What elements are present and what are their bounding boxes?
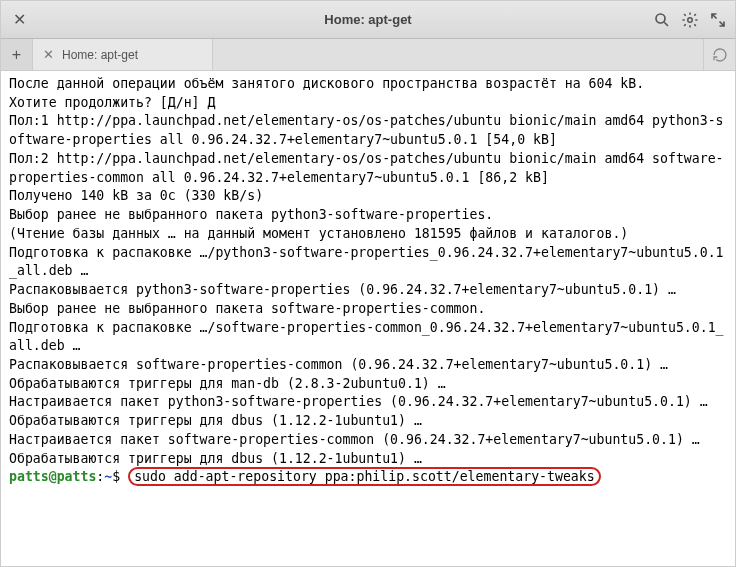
tab-label: Home: apt-get [62,48,138,62]
terminal-line: Обрабатываются триггеры для dbus (1.12.2… [9,412,727,431]
tab-close-icon[interactable]: ✕ [43,47,54,62]
tab-spacer [213,39,703,70]
refresh-icon[interactable] [703,39,735,70]
prompt-user: patts@patts [9,469,96,484]
window-title: Home: apt-get [324,12,411,27]
gear-icon[interactable] [681,11,699,29]
terminal-line: Пол:2 http://ppa.launchpad.net/elementar… [9,150,727,187]
command-highlight: sudo add-apt-repository ppa:philip.scott… [128,467,601,486]
terminal-line: Выбор ранее не выбранного пакета python3… [9,206,727,225]
svg-line-1 [664,22,668,26]
terminal-line: Настраивается пакет python3-software-pro… [9,393,727,412]
terminal-line: Распаковывается python3-software-propert… [9,281,727,300]
tab-home-apt-get[interactable]: ✕ Home: apt-get [33,39,213,70]
terminal-line: Обрабатываются триггеры для man-db (2.8.… [9,375,727,394]
maximize-icon[interactable] [709,11,727,29]
terminal-line: Пол:1 http://ppa.launchpad.net/elementar… [9,112,727,149]
terminal-line: Выбор ранее не выбранного пакета softwar… [9,300,727,319]
new-tab-button[interactable]: + [1,39,33,70]
tabbar: + ✕ Home: apt-get [1,39,735,71]
terminal-line: Обрабатываются триггеры для dbus (1.12.2… [9,450,727,469]
terminal-line: Подготовка к распаковке …/software-prope… [9,319,727,356]
terminal-line: Распаковывается software-properties-comm… [9,356,727,375]
prompt-line: patts@patts:~$ sudo add-apt-repository p… [9,468,727,487]
titlebar-actions [653,11,727,29]
terminal-line: (Чтение базы данных … на данный момент у… [9,225,727,244]
terminal-line: Хотите продолжить? [Д/н] Д [9,94,727,113]
search-icon[interactable] [653,11,671,29]
terminal-line: Получено 140 kB за 0с (330 kB/s) [9,187,727,206]
terminal-line: Настраивается пакет software-properties-… [9,431,727,450]
svg-point-2 [688,17,693,22]
terminal-line: Подготовка к распаковке …/python3-softwa… [9,244,727,281]
svg-point-0 [656,14,665,23]
prompt-symbol: $ [112,469,120,484]
terminal-output[interactable]: После данной операции объём занятого дис… [1,71,735,566]
close-icon[interactable]: ✕ [9,10,29,30]
titlebar: ✕ Home: apt-get [1,1,735,39]
terminal-line: После данной операции объём занятого дис… [9,75,727,94]
